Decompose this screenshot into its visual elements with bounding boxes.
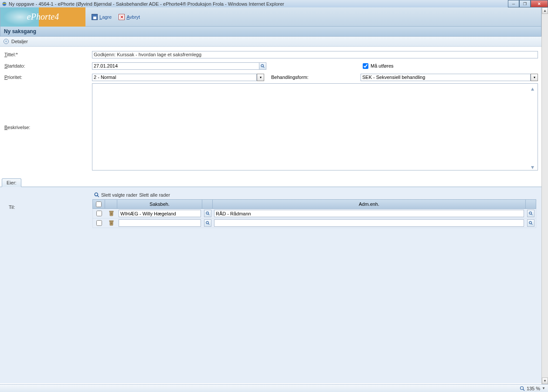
scroll-up-button[interactable]: ▲ [542, 7, 548, 14]
svg-rect-6 [109, 211, 113, 212]
trash-icon[interactable] [109, 211, 114, 216]
status-bar: 135 % ▼ [0, 384, 548, 392]
til-label: Til: [9, 205, 15, 210]
cancel-icon: ✕ [119, 14, 125, 20]
table-row [92, 209, 536, 218]
admenh-lookup-button[interactable] [527, 219, 534, 227]
app-header: ePhorte4 Lagre ✕ Avbryt [0, 7, 541, 27]
prioritet-select[interactable]: 2 - Normal [92, 74, 257, 81]
behandlingsform-dropdown-button[interactable]: ▾ [531, 74, 538, 81]
chevron-down-icon: ▾ [531, 164, 537, 170]
svg-line-20 [208, 224, 209, 225]
lower-section: Til: Slett valgte rader Slett alle rader… [0, 187, 541, 383]
trash-icon[interactable] [109, 220, 114, 226]
cancel-label: vbryt [129, 14, 140, 20]
tab-row: Eier: [0, 177, 541, 187]
search-icon [261, 64, 265, 68]
svg-line-4 [97, 195, 99, 197]
beskrivelse-label: Beskrivelse: [3, 83, 92, 171]
admenh-lookup-button[interactable] [527, 210, 534, 217]
header-checkbox[interactable] [96, 201, 102, 207]
zoom-dropdown-icon[interactable]: ▼ [542, 386, 545, 390]
svg-point-10 [206, 212, 208, 214]
svg-line-2 [263, 66, 265, 68]
save-label: agre [102, 14, 112, 20]
prioritet-dropdown-button[interactable]: ▾ [257, 74, 264, 81]
saksbeh-input[interactable] [119, 210, 201, 217]
svg-line-24 [523, 389, 524, 391]
slett-valgte-link[interactable]: Slett valgte rader [101, 192, 137, 198]
maa-utfores-label: Må utføres [371, 63, 394, 68]
zoom-icon [520, 386, 525, 391]
admenh-input[interactable] [214, 219, 524, 227]
search-icon[interactable] [94, 192, 99, 198]
ie-icon [2, 1, 7, 7]
row-checkbox[interactable] [96, 220, 102, 226]
svg-point-3 [95, 193, 98, 196]
chevron-up-icon: ▴ [531, 85, 537, 91]
form-area: Tittel:* Godkjenn: Kurssak - hvordan lag… [0, 47, 541, 175]
startdato-input[interactable] [92, 62, 259, 70]
search-icon [206, 211, 210, 215]
search-icon [529, 221, 533, 225]
logo-text: ePhorte4 [27, 12, 59, 22]
detaljer-header[interactable]: Detaljer [0, 37, 541, 47]
app-logo: ePhorte4 [0, 7, 85, 27]
svg-line-22 [531, 224, 532, 225]
window-close-button[interactable]: ✕ [531, 0, 548, 7]
slett-alle-link[interactable]: Slett alle rader [139, 192, 170, 198]
beskrivelse-textarea[interactable] [92, 83, 538, 170]
saksbeh-input[interactable] [119, 219, 201, 227]
tittel-input[interactable]: Godkjenn: Kurssak - hvordan lage et saks… [92, 51, 538, 58]
window-title: Ny oppgave - 4564-1 - ePhorte (Øyvind Bj… [9, 1, 284, 7]
table-header: Saksbeh. Adm.enh. [92, 199, 536, 209]
gear-icon [3, 39, 9, 44]
cancel-button[interactable]: ✕ Avbryt [119, 14, 140, 20]
svg-point-19 [206, 222, 208, 224]
behandlingsform-label: Behandlingsform: [271, 75, 361, 80]
search-icon [206, 221, 210, 225]
startdato-picker-button[interactable] [259, 62, 266, 70]
svg-point-12 [529, 212, 531, 214]
saksbeh-lookup-button[interactable] [204, 210, 211, 217]
window-titlebar: Ny oppgave - 4564-1 - ePhorte (Øyvind Bj… [0, 0, 548, 7]
window-maximize-button[interactable]: ❐ [519, 0, 531, 7]
tab-eier[interactable]: Eier: [2, 178, 21, 187]
section-title: Ny saksgang [0, 27, 541, 37]
behandlingsform-select[interactable]: SEK - Sekvensiell behandling [361, 74, 531, 81]
floppy-icon [92, 14, 98, 20]
scroll-down-button[interactable]: ▼ [542, 378, 548, 384]
admenh-input[interactable] [214, 210, 524, 217]
saksbeh-lookup-button[interactable] [204, 219, 211, 227]
save-button[interactable]: Lagre [92, 14, 112, 20]
window-minimize-button[interactable]: ─ [508, 0, 519, 7]
zoom-level[interactable]: 135 % [527, 386, 540, 391]
prioritet-label: Prioritet: [3, 75, 92, 80]
maa-utfores-checkbox[interactable] [363, 63, 368, 69]
table-toolbar: Slett valgte rader Slett alle rader [92, 191, 536, 199]
search-icon [529, 211, 533, 215]
col-admenh-header: Adm.enh. [213, 200, 525, 208]
col-saksbeh-header: Saksbeh. [117, 200, 202, 208]
svg-point-23 [520, 386, 523, 389]
svg-line-13 [531, 214, 532, 215]
svg-rect-15 [109, 221, 113, 222]
table-row [92, 218, 536, 228]
svg-point-21 [529, 222, 531, 224]
svg-line-11 [208, 214, 209, 215]
svg-point-1 [261, 64, 263, 66]
detaljer-label: Detaljer [11, 39, 28, 44]
tittel-label: Tittel:* [3, 52, 92, 57]
startdato-label: Startdato: [3, 63, 92, 68]
row-checkbox[interactable] [96, 211, 102, 216]
vertical-scrollbar[interactable]: ▲ ▼ [541, 7, 548, 384]
